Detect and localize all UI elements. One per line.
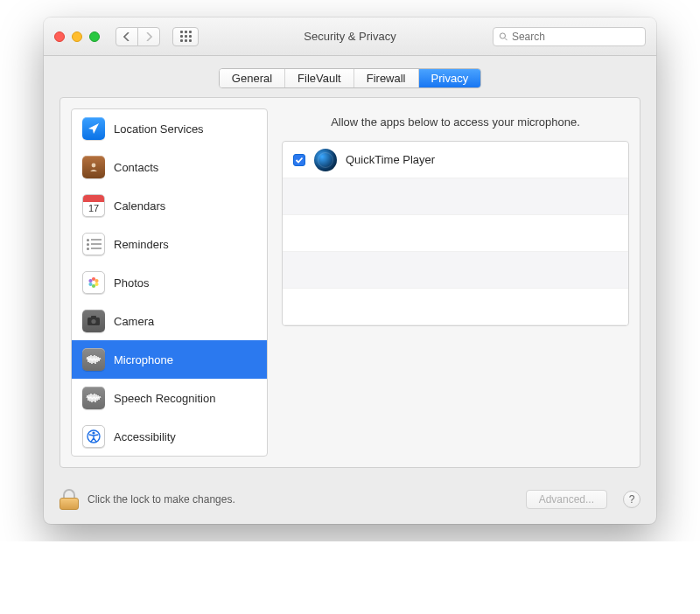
footer: Click the lock to make changes. Advanced… xyxy=(44,480,656,524)
forward-button[interactable] xyxy=(137,27,160,46)
chevron-left-icon xyxy=(123,32,130,41)
svg-point-10 xyxy=(91,319,95,324)
app-row[interactable]: QuickTime Player xyxy=(283,142,628,178)
app-row-empty xyxy=(283,178,628,215)
svg-rect-11 xyxy=(91,316,96,318)
sidebar-item-location-services[interactable]: Location Services xyxy=(72,109,267,148)
quicktime-icon xyxy=(314,149,337,171)
app-permission-list[interactable]: QuickTime Player xyxy=(282,141,629,326)
sidebar-item-accessibility[interactable]: Accessibility xyxy=(72,417,267,456)
content-area: Location Services Contacts 17 Calendars xyxy=(44,97,656,480)
sidebar-item-label: Photos xyxy=(114,276,149,290)
app-row-empty xyxy=(283,289,628,325)
grid-icon xyxy=(180,31,192,42)
sidebar-item-reminders[interactable]: Reminders xyxy=(72,225,267,263)
zoom-window-button[interactable] xyxy=(89,31,100,42)
svg-line-1 xyxy=(505,38,508,40)
nav-back-forward xyxy=(116,27,160,46)
tab-firewall[interactable]: Firewall xyxy=(354,69,419,87)
app-name-label: QuickTime Player xyxy=(346,153,435,166)
sidebar-item-label: Reminders xyxy=(114,238,169,251)
app-checkbox[interactable] xyxy=(293,154,305,166)
checkmark-icon xyxy=(295,156,304,164)
sidebar-item-label: Accessibility xyxy=(114,430,176,443)
sidebar-item-label: Speech Recognition xyxy=(114,392,215,405)
system-preferences-window: Security & Privacy General FileVault Fir… xyxy=(44,17,656,524)
svg-point-4 xyxy=(94,279,98,283)
advanced-button[interactable]: Advanced... xyxy=(526,490,607,509)
reminders-icon xyxy=(82,233,105,255)
accessibility-icon xyxy=(82,425,105,448)
svg-point-8 xyxy=(88,279,92,283)
search-icon xyxy=(499,31,508,42)
contacts-icon xyxy=(82,156,105,178)
titlebar: Security & Privacy xyxy=(44,17,656,56)
microphone-icon xyxy=(82,348,105,371)
tab-bar: General FileVault Firewall Privacy xyxy=(44,56,656,97)
lock-hint-text: Click the lock to make changes. xyxy=(88,493,235,506)
photos-icon xyxy=(82,271,105,294)
app-row-empty xyxy=(283,252,628,289)
sidebar-item-label: Microphone xyxy=(114,353,173,366)
search-input[interactable] xyxy=(512,31,640,43)
svg-point-13 xyxy=(92,431,94,434)
privacy-pane: Location Services Contacts 17 Calendars xyxy=(60,97,640,468)
sidebar-item-label: Contacts xyxy=(114,161,158,174)
chevron-right-icon xyxy=(145,32,152,41)
sidebar-item-calendars[interactable]: 17 Calendars xyxy=(72,186,267,225)
sidebar-item-speech-recognition[interactable]: Speech Recognition xyxy=(72,379,267,417)
close-window-button[interactable] xyxy=(54,31,65,42)
detail-panel: Allow the apps below to access your micr… xyxy=(282,108,629,457)
tab-filevault[interactable]: FileVault xyxy=(285,69,354,87)
help-button[interactable]: ? xyxy=(623,491,640,508)
minimize-window-button[interactable] xyxy=(72,31,82,42)
speech-recognition-icon xyxy=(82,387,105,409)
tab-privacy[interactable]: Privacy xyxy=(419,69,481,87)
sidebar-item-label: Calendars xyxy=(114,199,165,213)
camera-icon xyxy=(82,310,105,332)
svg-point-0 xyxy=(500,32,505,38)
sidebar-item-contacts[interactable]: Contacts xyxy=(72,148,267,186)
tabs-segment: General FileVault Firewall Privacy xyxy=(219,68,481,88)
show-all-button[interactable] xyxy=(172,27,199,46)
lock-icon[interactable] xyxy=(60,489,79,510)
privacy-category-list[interactable]: Location Services Contacts 17 Calendars xyxy=(71,108,268,457)
svg-point-2 xyxy=(92,164,96,168)
search-field[interactable] xyxy=(493,27,646,46)
sidebar-item-photos[interactable]: Photos xyxy=(72,263,267,302)
tab-general[interactable]: General xyxy=(220,69,285,87)
sidebar-item-label: Camera xyxy=(114,315,154,328)
calendar-icon: 17 xyxy=(82,194,105,217)
sidebar-item-label: Location Services xyxy=(114,122,204,136)
detail-heading: Allow the apps below to access your micr… xyxy=(282,108,629,141)
app-row-empty xyxy=(283,215,628,252)
back-button[interactable] xyxy=(116,27,138,46)
sidebar-item-microphone[interactable]: Microphone xyxy=(72,340,267,379)
sidebar-item-camera[interactable]: Camera xyxy=(72,302,267,340)
window-controls xyxy=(54,31,100,42)
location-icon xyxy=(82,117,105,140)
svg-point-7 xyxy=(88,283,92,286)
